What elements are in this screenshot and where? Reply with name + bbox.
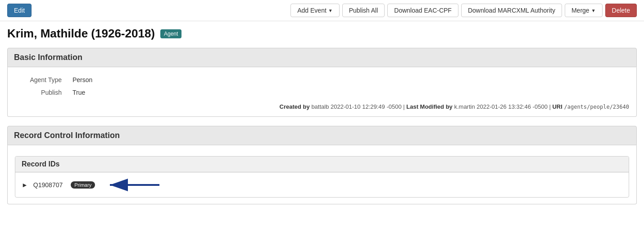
uri-value: /agents/people/23640 — [564, 104, 630, 110]
basic-info-table: Agent Type Person Publish True — [15, 74, 629, 99]
created-by-value: battalb — [311, 103, 329, 110]
agent-type-label: Agent Type — [15, 74, 69, 86]
created-date: 2022-01-10 12:29:49 -0500 — [331, 103, 402, 110]
basic-info-body: Agent Type Person Publish True Created b… — [7, 67, 637, 117]
primary-badge: Primary — [71, 181, 95, 189]
arrow-indicator — [108, 178, 162, 192]
top-bar-left: Edit — [7, 4, 32, 17]
download-marcxml-button[interactable]: Download MARCXML Authority — [461, 4, 562, 17]
add-event-dropdown-arrow: ▼ — [328, 8, 333, 13]
record-control-body: Record IDs ► Q1908707 Primary — [7, 145, 637, 204]
last-modified-date: 2022-01-26 13:32:46 -0500 — [476, 103, 548, 110]
merge-button[interactable]: Merge ▼ — [565, 4, 603, 17]
page-title-row: Krim, Mathilde (1926-2018) Agent — [7, 27, 637, 41]
pointing-arrow-icon — [108, 178, 162, 192]
record-control-header: Record Control Information — [7, 126, 637, 145]
metadata-row: Created by battalb 2022-01-10 12:29:49 -… — [15, 103, 629, 110]
merge-dropdown-arrow: ▼ — [591, 8, 596, 13]
basic-info-section: Basic Information Agent Type Person Publ… — [7, 48, 637, 117]
publish-label: Publish — [15, 86, 69, 99]
last-modified-label: Last Modified by — [406, 103, 453, 110]
top-bar: Edit Add Event ▼ Publish All Download EA… — [0, 0, 644, 21]
record-id-row: ► Q1908707 Primary — [15, 172, 629, 197]
created-by-label: Created by — [280, 103, 310, 110]
basic-info-header: Basic Information — [7, 48, 637, 67]
record-ids-subsection: Record IDs ► Q1908707 Primary — [15, 156, 629, 198]
agent-badge: Agent — [160, 29, 181, 38]
expand-record-id-button[interactable]: ► — [22, 181, 28, 189]
record-control-section: Record Control Information Record IDs ► … — [7, 126, 637, 204]
page-content: Krim, Mathilde (1926-2018) Agent Basic I… — [0, 21, 644, 219]
publish-all-button[interactable]: Publish All — [342, 4, 385, 17]
publish-value: True — [69, 86, 629, 99]
delete-button[interactable]: Delete — [605, 4, 637, 17]
publish-row: Publish True — [15, 86, 629, 99]
agent-type-value: Person — [69, 74, 629, 86]
record-id-value: Q1908707 — [33, 181, 63, 189]
uri-label: URI — [552, 103, 562, 110]
edit-button[interactable]: Edit — [7, 4, 32, 17]
page-title: Krim, Mathilde (1926-2018) — [7, 27, 155, 41]
last-modified-by: k.martin — [454, 103, 475, 110]
agent-type-row: Agent Type Person — [15, 74, 629, 86]
add-event-button[interactable]: Add Event ▼ — [290, 4, 340, 17]
top-bar-right: Add Event ▼ Publish All Download EAC-CPF… — [290, 4, 637, 17]
download-eac-button[interactable]: Download EAC-CPF — [387, 4, 458, 17]
record-ids-header: Record IDs — [15, 157, 629, 172]
